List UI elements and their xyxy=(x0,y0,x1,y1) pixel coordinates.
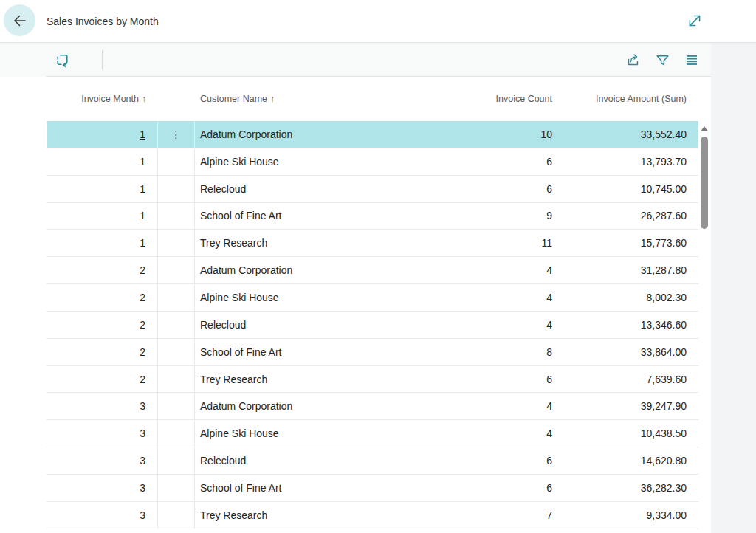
column-header-customer-name[interactable]: Customer Name ↑ xyxy=(195,77,416,121)
column-header-invoice-month[interactable]: Invoice Month ↑ xyxy=(47,77,158,121)
customer-name-cell[interactable]: Adatum Corporation xyxy=(195,121,416,148)
row-menu-cell[interactable]: ⋮ xyxy=(158,203,195,230)
invoice-amount-cell[interactable]: 13,793.70 xyxy=(557,148,698,175)
invoice-count-cell[interactable]: 6 xyxy=(416,475,557,501)
expand-page-button[interactable] xyxy=(687,13,703,29)
customer-name-cell[interactable]: Adatum Corporation xyxy=(195,393,416,419)
customer-name-cell[interactable]: Relecloud xyxy=(195,176,416,202)
scroll-up-arrow-icon[interactable] xyxy=(701,126,708,131)
analysis-mode-button[interactable] xyxy=(55,52,71,68)
invoice-amount-cell[interactable]: 39,247.90 xyxy=(557,393,698,419)
customer-name-cell[interactable]: School of Fine Art xyxy=(195,203,416,230)
row-menu-cell[interactable]: ⋮ xyxy=(158,447,195,474)
invoice-amount-cell[interactable]: 10,745.00 xyxy=(557,176,698,202)
invoice-count-cell[interactable]: 8 xyxy=(416,339,557,365)
column-header-invoice-amount-sum[interactable]: Invoice Amount (Sum) xyxy=(557,77,698,121)
invoice-month-cell[interactable]: 3 xyxy=(47,420,158,447)
invoice-month-cell[interactable]: 2 xyxy=(47,257,158,283)
invoice-amount-cell[interactable]: 15,773.60 xyxy=(557,230,698,256)
row-menu-cell[interactable]: ⋮ xyxy=(158,284,195,311)
table-row[interactable]: 2 ⋮ Relecloud 4 13,346.60 xyxy=(47,312,698,339)
row-menu-cell[interactable]: ⋮ xyxy=(158,393,195,419)
table-row[interactable]: 2 ⋮ Alpine Ski House 4 8,002.30 xyxy=(47,284,698,312)
customer-name-cell[interactable]: Relecloud xyxy=(195,447,416,474)
invoice-count-cell[interactable]: 11 xyxy=(416,230,557,256)
row-menu-cell[interactable]: ⋮ xyxy=(158,148,195,175)
customer-name-cell[interactable]: Alpine Ski House xyxy=(195,148,416,175)
table-row[interactable]: 1 ⋮ School of Fine Art 9 26,287.60 xyxy=(47,203,698,230)
invoice-amount-cell[interactable]: 26,287.60 xyxy=(557,203,698,230)
invoice-amount-cell[interactable]: 33,552.40 xyxy=(557,121,698,148)
back-button[interactable] xyxy=(4,4,35,36)
table-row[interactable]: 3 ⋮ Adatum Corporation 4 39,247.90 xyxy=(47,393,698,420)
invoice-amount-cell[interactable]: 8,002.30 xyxy=(557,284,698,311)
invoice-month-cell[interactable]: 3 xyxy=(47,447,158,474)
customer-name-cell[interactable]: School of Fine Art xyxy=(195,475,416,501)
customer-name-cell[interactable]: School of Fine Art xyxy=(195,339,416,365)
table-row[interactable]: 3 ⋮ Relecloud 6 14,620.80 xyxy=(47,447,698,475)
table-row[interactable]: 1 ⋮ Relecloud 6 10,745.00 xyxy=(47,176,698,203)
invoice-month-cell[interactable]: 1 xyxy=(47,230,158,256)
invoice-amount-cell[interactable]: 7,639.60 xyxy=(557,366,698,393)
scrollbar-thumb[interactable] xyxy=(701,137,708,229)
invoice-count-cell[interactable]: 6 xyxy=(416,366,557,393)
table-row[interactable]: 1 ⋮ Trey Research 11 15,773.60 xyxy=(47,230,698,257)
invoice-count-cell[interactable]: 6 xyxy=(416,447,557,474)
invoice-count-cell[interactable]: 6 xyxy=(416,176,557,202)
customer-name-cell[interactable]: Alpine Ski House xyxy=(195,284,416,311)
table-row[interactable]: 1 ⋮ Alpine Ski House 6 13,793.70 xyxy=(47,148,698,176)
customer-name-cell[interactable]: Relecloud xyxy=(195,312,416,338)
invoice-month-cell[interactable]: 1 xyxy=(47,148,158,175)
row-menu-cell[interactable]: ⋮ xyxy=(158,502,195,529)
row-menu-cell[interactable]: ⋮ xyxy=(158,176,195,202)
table-row[interactable]: 2 ⋮ Trey Research 6 7,639.60 xyxy=(47,366,698,393)
invoice-amount-cell[interactable]: 36,282.30 xyxy=(557,475,698,501)
invoice-count-cell[interactable]: 4 xyxy=(416,393,557,419)
invoice-count-cell[interactable]: 9 xyxy=(416,203,557,230)
row-menu-cell[interactable]: ⋮ xyxy=(158,475,195,501)
invoice-count-cell[interactable]: 4 xyxy=(416,257,557,283)
customer-name-cell[interactable]: Trey Research xyxy=(195,366,416,393)
invoice-count-cell[interactable]: 7 xyxy=(416,502,557,529)
invoice-month-cell[interactable]: 1 xyxy=(47,121,158,148)
row-menu-cell[interactable]: ⋮ xyxy=(158,121,195,148)
invoice-month-cell[interactable]: 2 xyxy=(47,284,158,311)
customer-name-cell[interactable]: Trey Research xyxy=(195,502,416,529)
invoice-amount-cell[interactable]: 31,287.80 xyxy=(557,257,698,283)
invoice-count-cell[interactable]: 4 xyxy=(416,312,557,338)
share-button[interactable] xyxy=(625,52,642,68)
row-menu-cell[interactable]: ⋮ xyxy=(158,420,195,447)
table-row[interactable]: 3 ⋮ Alpine Ski House 4 10,438.50 xyxy=(47,420,698,447)
invoice-month-cell[interactable]: 3 xyxy=(47,502,158,529)
table-row[interactable]: 3 ⋮ Trey Research 7 9,334.00 xyxy=(47,502,698,529)
customer-name-cell[interactable]: Trey Research xyxy=(195,230,416,256)
row-menu-cell[interactable]: ⋮ xyxy=(158,312,195,338)
table-row[interactable]: 1 ⋮ Adatum Corporation 10 33,552.40 xyxy=(47,121,698,148)
invoice-amount-cell[interactable]: 10,438.50 xyxy=(557,420,698,447)
invoice-month-cell[interactable]: 2 xyxy=(47,366,158,393)
row-menu-cell[interactable]: ⋮ xyxy=(158,366,195,393)
invoice-amount-cell[interactable]: 33,864.00 xyxy=(557,339,698,365)
invoice-month-cell[interactable]: 1 xyxy=(47,176,158,202)
row-menu-cell[interactable]: ⋮ xyxy=(158,339,195,365)
table-row[interactable]: 3 ⋮ School of Fine Art 6 36,282.30 xyxy=(47,475,698,502)
invoice-month-cell[interactable]: 2 xyxy=(47,312,158,338)
customer-name-cell[interactable]: Adatum Corporation xyxy=(195,257,416,283)
list-view-button[interactable] xyxy=(684,52,701,68)
table-row[interactable]: 2 ⋮ School of Fine Art 8 33,864.00 xyxy=(47,339,698,366)
invoice-amount-cell[interactable]: 9,334.00 xyxy=(557,502,698,529)
column-header-invoice-count[interactable]: Invoice Count xyxy=(416,77,557,121)
invoice-count-cell[interactable]: 10 xyxy=(416,121,557,148)
vertical-scrollbar[interactable] xyxy=(698,121,710,533)
table-row[interactable]: 2 ⋮ Adatum Corporation 4 31,287.80 xyxy=(47,257,698,284)
customer-name-cell[interactable]: Alpine Ski House xyxy=(195,420,416,447)
invoice-month-cell[interactable]: 3 xyxy=(47,393,158,419)
row-menu-cell[interactable]: ⋮ xyxy=(158,230,195,256)
invoice-month-cell[interactable]: 3 xyxy=(47,475,158,501)
row-menu-cell[interactable]: ⋮ xyxy=(158,257,195,283)
filter-button[interactable] xyxy=(655,52,671,68)
invoice-month-cell[interactable]: 1 xyxy=(47,203,158,230)
invoice-count-cell[interactable]: 6 xyxy=(416,148,557,175)
invoice-month-cell[interactable]: 2 xyxy=(47,339,158,365)
invoice-amount-cell[interactable]: 13,346.60 xyxy=(557,312,698,338)
